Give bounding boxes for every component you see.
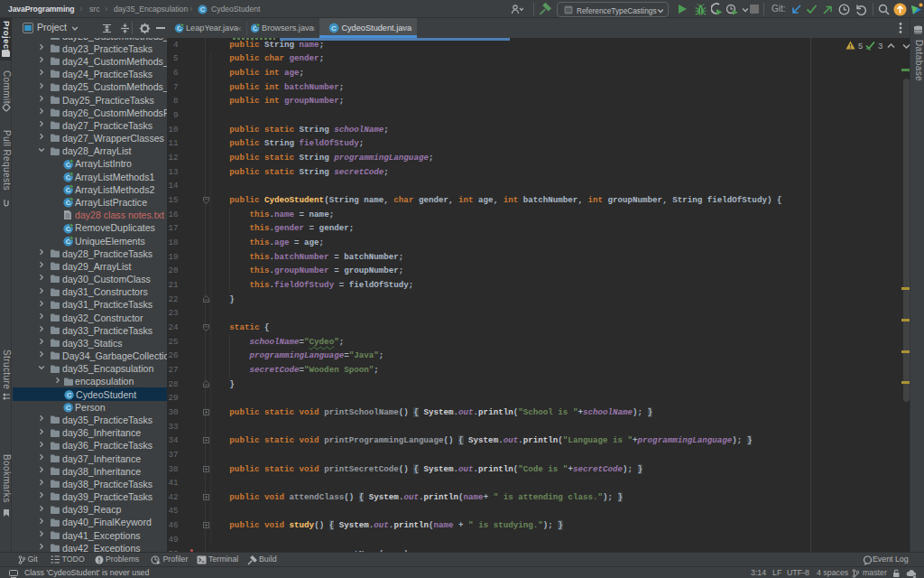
svg-text:C: C [200,5,206,14]
svg-text:C: C [332,24,337,33]
svg-text:C: C [66,391,71,399]
svg-text:C: C [65,404,70,412]
